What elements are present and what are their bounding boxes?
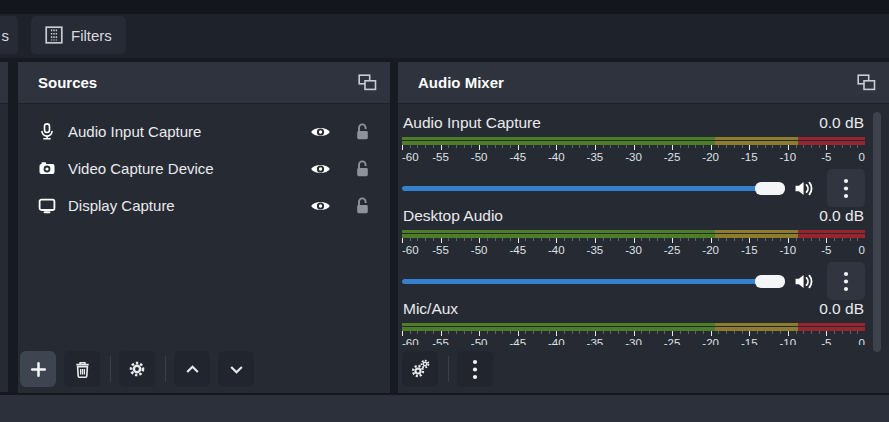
- sources-panel-title: Sources: [38, 74, 358, 91]
- source-row-controls: [310, 123, 370, 140]
- channel-name: Audio Input Capture: [403, 113, 541, 133]
- filter-icon: [45, 26, 63, 44]
- meter-tick-labels: -60-55-50-45-40-35-30-25-20-15-10-50: [402, 151, 865, 163]
- trash-icon: [74, 361, 91, 378]
- gear-icon: [128, 360, 146, 378]
- camera-icon: [38, 160, 56, 177]
- channel-options-button[interactable]: [827, 262, 865, 300]
- filters-button[interactable]: Filters: [31, 16, 126, 54]
- microphone-icon: [38, 123, 56, 140]
- advanced-audio-properties-button[interactable]: [402, 351, 438, 387]
- properties-button-partial[interactable]: s: [0, 16, 18, 54]
- popout-icon[interactable]: [358, 74, 377, 91]
- kebab-icon: [472, 359, 478, 380]
- add-source-button[interactable]: [20, 351, 56, 387]
- sources-panel-header: Sources: [18, 62, 390, 104]
- lower-dock-area: [0, 395, 889, 422]
- mixer-channel-audio-input-capture: Audio Input Capture 0.0 dB -60-55-50-45-…: [402, 113, 865, 206]
- visibility-eye-icon[interactable]: [310, 125, 331, 139]
- audio-mixer-panel: Audio Mixer Audio Input Capture 0.0 dB -…: [398, 62, 889, 393]
- partial-button-label: s: [2, 27, 10, 44]
- mixer-channel-desktop-audio: Desktop Audio 0.0 dB -60-55-50-45-40-35-…: [402, 206, 865, 299]
- audio-mixer-header: Audio Mixer: [398, 62, 889, 104]
- move-source-down-button[interactable]: [218, 351, 254, 387]
- volume-meter: [402, 230, 865, 238]
- visibility-eye-icon[interactable]: [310, 199, 331, 213]
- speaker-icon[interactable]: [794, 273, 815, 290]
- toolbar-separator: [110, 356, 111, 382]
- unlock-icon[interactable]: [355, 123, 370, 140]
- obs-window: s Filters Sources: [0, 0, 889, 422]
- plus-icon: [30, 361, 47, 378]
- slider-fill: [402, 279, 785, 284]
- volume-slider[interactable]: [402, 178, 785, 198]
- channel-name: Desktop Audio: [403, 206, 503, 226]
- mixer-options-button[interactable]: [457, 351, 493, 387]
- volume-meter: [402, 323, 865, 331]
- source-row-audio-input-capture[interactable]: Audio Input Capture: [18, 113, 390, 150]
- source-label: Display Capture: [68, 197, 310, 214]
- move-source-up-button[interactable]: [174, 351, 210, 387]
- toolbar-separator: [165, 356, 166, 382]
- popout-icon[interactable]: [857, 74, 876, 91]
- channel-name: Mic/Aux: [403, 299, 458, 319]
- source-label: Video Capture Device: [68, 160, 310, 177]
- source-properties-button[interactable]: [119, 351, 155, 387]
- source-row-display-capture[interactable]: Display Capture: [18, 187, 390, 224]
- visibility-eye-icon[interactable]: [310, 162, 331, 176]
- channel-options-button[interactable]: [827, 169, 865, 207]
- source-label: Audio Input Capture: [68, 123, 310, 140]
- audio-mixer-title: Audio Mixer: [418, 74, 857, 91]
- filters-button-label: Filters: [71, 27, 112, 44]
- display-icon: [38, 197, 56, 214]
- top-toolbar: s Filters: [0, 14, 889, 58]
- kebab-icon: [843, 178, 849, 199]
- sources-list: Audio Input Capture: [18, 104, 390, 224]
- window-top-strip: [0, 0, 889, 14]
- chevron-down-icon: [228, 361, 245, 378]
- meter-tick-labels: -60-55-50-45-40-35-30-25-20-15-10-50: [402, 244, 865, 256]
- remove-source-button[interactable]: [64, 351, 100, 387]
- mixer-toolbar: [398, 345, 889, 393]
- meter-ticks: [402, 331, 865, 336]
- clipped-dock-header: [0, 62, 8, 104]
- channel-db-value: 0.0 dB: [819, 113, 864, 133]
- volume-slider[interactable]: [402, 271, 785, 291]
- slider-handle[interactable]: [755, 182, 785, 195]
- meter-ticks: [402, 145, 865, 150]
- source-row-controls: [310, 160, 370, 177]
- slider-fill: [402, 186, 785, 191]
- channel-db-value: 0.0 dB: [819, 206, 864, 226]
- source-row-controls: [310, 197, 370, 214]
- source-row-video-capture-device[interactable]: Video Capture Device: [18, 150, 390, 187]
- kebab-icon: [843, 271, 849, 292]
- meter-ticks: [402, 238, 865, 243]
- clipped-dock-sliver: [0, 62, 8, 393]
- sources-panel: Sources Audio Input Capture: [18, 62, 390, 393]
- unlock-icon[interactable]: [355, 197, 370, 214]
- scrollbar-thumb[interactable]: [873, 112, 881, 352]
- unlock-icon[interactable]: [355, 160, 370, 177]
- volume-meter: [402, 137, 865, 145]
- channel-controls: [402, 169, 865, 207]
- speaker-icon[interactable]: [794, 180, 815, 197]
- chevron-up-icon: [184, 361, 201, 378]
- sources-toolbar: [18, 345, 390, 393]
- slider-handle[interactable]: [755, 275, 785, 288]
- toolbar-separator: [448, 356, 449, 382]
- channel-db-value: 0.0 dB: [819, 299, 864, 319]
- double-gear-icon: [410, 359, 430, 379]
- channel-controls: [402, 262, 865, 300]
